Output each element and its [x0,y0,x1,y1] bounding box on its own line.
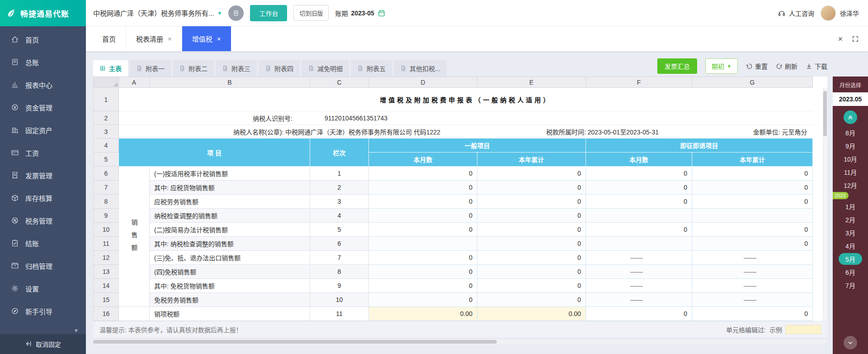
support-button[interactable]: 人工咨询 [778,9,814,18]
download-button[interactable]: 下载 [806,62,827,71]
column-header-E[interactable]: E [477,77,586,88]
cell-C8[interactable]: 3 [310,195,369,209]
cell-F7[interactable]: 0 [586,181,692,195]
row-number[interactable]: 8 [94,195,119,209]
tab-首页[interactable]: 首页 [92,26,126,51]
tab-增值税[interactable]: 增值税× [182,26,231,51]
taxpayer-id-row[interactable]: 纳税人识别号:911201045661351743 [119,111,813,125]
company-selector[interactable]: 中税网通广泽（天津）税务师事务所有... ▼ [93,8,222,18]
cell-B11[interactable]: 其中: 纳税检查调整的销售额 [150,237,310,251]
column-header-B[interactable]: B [150,77,310,88]
cell-G8[interactable]: 0 [692,195,813,209]
horizontal-scrollbar-thumb[interactable] [93,340,497,344]
cell-E6[interactable]: 0 [477,167,586,181]
cell-G16[interactable]: 0 [692,307,813,321]
cell-C11[interactable]: 6 [310,237,369,251]
period-value[interactable]: 2023-05 [351,10,374,17]
cell-B9[interactable]: 纳税检查调整的销售额 [150,209,310,223]
tab-税表清册[interactable]: 税表清册× [126,26,182,51]
subtab-主表[interactable]: 主表 [93,60,128,77]
cell-C13[interactable]: 8 [310,265,369,279]
subtab-附表一[interactable]: 附表一 [130,60,171,77]
cell-F12[interactable]: —— [586,251,692,265]
subtab-减免明细[interactable]: 减免明细 [302,60,349,77]
row-number[interactable]: 9 [94,209,119,223]
month-item-11月[interactable]: 11月 [833,165,868,178]
cell-E14[interactable]: 0 [477,279,586,293]
cell-E8[interactable]: 0 [477,195,586,209]
sidebar-item-closing[interactable]: 结账 [0,232,86,254]
cell-E10[interactable]: 0 [477,223,586,237]
cell-E15[interactable]: 0 [477,293,586,307]
cell-G15[interactable]: —— [692,293,813,307]
month-item-6月[interactable]: 6月 [833,265,868,278]
cell-D12[interactable]: 0 [369,251,477,265]
cell-C9[interactable]: 4 [310,209,369,223]
month-item-3月[interactable]: 3月 [833,226,868,239]
cell-B15[interactable]: 免税劳务销售额 [150,293,310,307]
cell-B12[interactable]: (三)免、抵、退办法出口销售额 [150,251,310,265]
cell-B6[interactable]: (一)按适用税率计税销售额 [150,167,310,181]
column-header-C[interactable]: C [310,77,369,88]
sidebar-item-salary[interactable]: 工资 [0,141,86,164]
cell-B14[interactable]: 其中: 免税货物销售额 [150,279,310,293]
cell-F11[interactable] [586,237,692,251]
cell-E7[interactable]: 0 [477,181,586,195]
cell-C7[interactable]: 2 [310,181,369,195]
row-number[interactable]: 6 [94,167,119,181]
sidebar-item-home[interactable]: 首页 [0,28,86,51]
subtab-附表二[interactable]: 附表二 [173,60,214,77]
column-header-A[interactable]: A [119,77,150,88]
cell-C15[interactable]: 10 [310,293,369,307]
row-number[interactable]: 2 [94,111,119,125]
cell-D7[interactable]: 0 [369,181,477,195]
sidebar-item-beginner-guide[interactable]: 新手引导 [0,300,86,322]
cell-C12[interactable]: 7 [310,251,369,265]
cell-D15[interactable]: 0 [369,293,477,307]
cell-D6[interactable]: 0 [369,167,477,181]
cell-G13[interactable]: —— [692,265,813,279]
cell-D16[interactable]: 0.00 [369,307,477,321]
row-number[interactable]: 14 [94,279,119,293]
taxpayer-name-row[interactable]: 纳税人名称(公章): 中税网通广泽（天津）税务师事务所有限公司 代码1222税款… [119,125,813,139]
invoice-summary-button[interactable]: 发票汇总 [657,58,697,74]
row-number[interactable]: 15 [94,293,119,307]
cell-D10[interactable]: 0 [369,223,477,237]
sidebar-item-fund-management[interactable]: 资金管理 [0,96,86,119]
column-header-F[interactable]: F [586,77,692,88]
month-item-7月[interactable]: 7月 [833,278,868,292]
row-number[interactable]: 13 [94,265,119,279]
cell-G9[interactable] [692,209,813,223]
row-number[interactable]: 7 [94,181,119,195]
close-icon[interactable]: × [838,35,843,43]
cell-B10[interactable]: (二)按简易办法计税销售额 [150,223,310,237]
cell-E13[interactable]: 0 [477,265,586,279]
cell-D13[interactable]: 0 [369,265,477,279]
cell-G7[interactable]: 0 [692,181,813,195]
sidebar-item-fixed-assets[interactable]: 固定资产 [0,119,86,141]
sidebar-item-settings[interactable]: 设置 [0,277,86,300]
close-icon[interactable]: × [168,35,172,42]
fullscreen-icon[interactable] [852,35,859,43]
month-item-10月[interactable]: 10月 [833,152,868,165]
vertical-scrollbar[interactable] [823,87,827,321]
sidebar-item-inventory-accounting[interactable]: 库存核算 [0,187,86,209]
cell-F16[interactable]: 0 [586,307,692,321]
vertical-scrollbar-thumb[interactable] [823,91,827,136]
cell-E12[interactable]: 0 [477,251,586,265]
month-item-1月[interactable]: 1月 [833,200,868,213]
cell-G12[interactable]: —— [692,251,813,265]
period-begin-button[interactable]: 期初 ▼ [705,58,738,74]
subtab-其他扣税...[interactable]: 其他扣税... [394,60,447,77]
cell-G6[interactable]: 0 [692,167,813,181]
row-number[interactable]: 4 [94,139,119,153]
cell-G10[interactable]: 0 [692,223,813,237]
cell-C10[interactable]: 5 [310,223,369,237]
cell-C16[interactable]: 11 [310,307,369,321]
sidebar-item-invoice-management[interactable]: 发票管理 [0,164,86,187]
scroll-down-icon[interactable] [844,336,857,349]
cell-C14[interactable]: 9 [310,279,369,293]
month-item-8月[interactable]: 8月 [833,126,868,139]
month-item-9月[interactable]: 9月 [833,139,868,152]
select-all-corner[interactable] [94,77,119,88]
